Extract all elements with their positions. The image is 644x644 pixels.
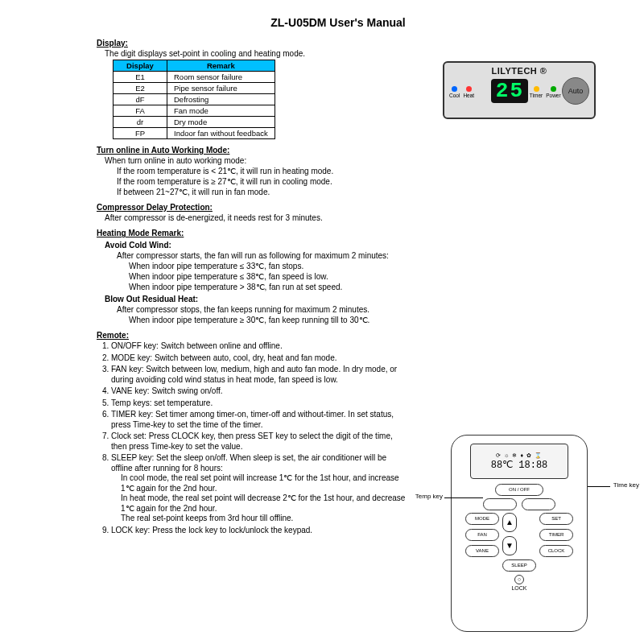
remote-subitem: In cool mode, the real set point will in… [121,473,409,493]
display-heading: Display: [97,39,620,47]
set-button: SET [539,513,573,525]
clock-button: CLOCK [539,545,573,557]
display-intro: The digit displays set-point in cooling … [105,49,620,58]
led-cool: Cool [449,86,460,98]
remote-item: SLEEP key: Set the sleep on/off. When sl… [111,453,409,524]
auto-mode-line: If the room temperature is ≥ 27℃, it wil… [117,177,620,186]
avoid-line: When indoor pipe temperature ≤ 33℃, fan … [129,262,620,270]
table-row: E1Room sensor failure [114,72,275,83]
table-row: FAFan mode [114,105,275,117]
table-header-display: Display [114,60,167,72]
onoff-button: ON / OFF [495,484,543,496]
table-row: E2Pipe sensor failure [114,83,275,94]
callout-line [444,497,483,498]
remote-subitem: The real set-point keeps from 3rd hour t… [121,514,409,524]
sleep-button: SLEEP [502,559,536,572]
blow-line: After compressor stops, the fan keeps ru… [117,305,620,314]
lcd-reading: 88℃ 18:88 [491,459,548,471]
led-heat: Heat [463,86,474,98]
display-panel-figure: LILYTECH ® Cool Heat 25 Timer Power Auto [443,61,596,119]
blow-line: When indoor pipe temperature ≥ 30℃, fan … [129,316,620,324]
lock-button: ○ LOCK [452,575,587,591]
compressor-heading: Compressor Delay Protection: [97,203,620,212]
remote-item: TIMER key: Set timer among timer-on, tim… [111,410,409,430]
compressor-line: After compressor is de-energized, it nee… [105,213,620,222]
remote-item: VANE key: Switch swing on/off. [111,386,409,397]
power-led-icon [551,86,556,92]
remote-item: Clock set: Press CLOCK key, then press S… [111,431,409,452]
temp-minus-button [483,498,517,510]
remote-subitem: In heat mode, the real set point will de… [121,493,409,514]
mode-button: MODE [465,513,499,525]
auto-mode-line: When turn online in auto working mode: [105,156,620,165]
remote-item: FAN key: Switch between low, medium, hig… [111,365,409,385]
blow-out-heading: Blow Out Residual Heat: [105,295,620,303]
avoid-line: When indoor pipe temperature ≤ 38℃, fan … [129,272,620,281]
remote-item: Temp keys: set temperature. [111,398,409,409]
callout-line [588,486,610,487]
auto-button: Auto [562,77,589,105]
cool-led-icon [452,86,457,92]
brand-label: LILYTECH ® [449,66,589,76]
auto-mode-line: If between 21~27℃, it will run in fan mo… [117,188,620,196]
table-row: FPIndoor fan without feedback [114,128,275,139]
time-minus-button [522,498,555,510]
page-title: ZL-U05DM User's Manual [56,16,620,29]
up-button: ▲ [502,513,517,532]
heating-heading: Heating Mode Remark: [97,229,620,237]
avoid-cold-heading: Avoid Cold Wind: [105,241,620,250]
seven-segment-display: 25 [491,79,528,103]
lcd-icons: ⟳ ☼ ❄ ♦ ✿ ⌛ [496,452,543,459]
remote-item: MODE key: Switch between auto, cool, dry… [111,353,409,364]
heat-led-icon [466,86,472,92]
remote-item: ON/OFF key: Switch between online and of… [111,341,409,352]
avoid-line: When indoor pipe temperature > 38℃, fan … [129,283,620,291]
remote-lcd: ⟳ ☼ ❄ ♦ ✿ ⌛ 88℃ 18:88 [470,444,568,479]
temp-key-callout: Temp key [415,493,443,500]
table-header-remark: Remark [167,60,275,72]
lock-icon: ○ [514,575,524,584]
remote-heading: Remote: [97,331,620,340]
remote-item: LOCK key: Press the lock key to lock/unl… [111,526,409,536]
vane-button: VANE [465,545,499,557]
led-timer: Timer [530,86,543,98]
error-code-table: Display Remark E1Room sensor failure E2P… [113,60,275,139]
remote-control-figure: ⟳ ☼ ❄ ♦ ✿ ⌛ 88℃ 18:88 ON / OFF MODE FAN … [451,435,588,632]
fan-button: FAN [465,529,499,541]
remote-list: ON/OFF key: Switch between online and of… [97,341,409,535]
timer-led-icon [534,86,539,92]
avoid-line: After compressor starts, the fan will ru… [117,251,620,260]
led-power: Power [546,86,560,98]
auto-mode-heading: Turn online in Auto Working Mode: [97,146,620,155]
down-button: ▼ [502,536,517,555]
time-key-callout: Time key [613,481,639,489]
auto-mode-line: If the room temperature is < 21℃, it wil… [117,167,620,175]
table-row: drDry mode [114,117,275,128]
table-row: dFDefrosting [114,94,275,105]
timer-button: TIMER [539,529,573,541]
